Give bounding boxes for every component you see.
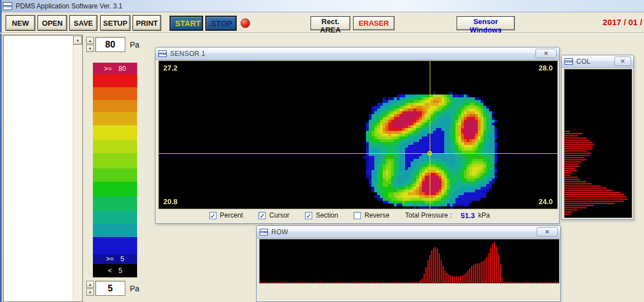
setup-button[interactable]: SETUP: [100, 15, 130, 31]
checkbox-percent-box[interactable]: [209, 212, 217, 219]
row-window-icon: PDMS: [260, 229, 268, 235]
scale-band: [93, 196, 137, 211]
scale-max-up-icon[interactable]: ▲: [86, 37, 94, 44]
scale-band: <5: [93, 264, 137, 277]
checkbox-cursor-box[interactable]: [258, 212, 266, 219]
checkbox-reverse[interactable]: Reverse: [354, 211, 389, 219]
checkbox-label: Reverse: [364, 211, 389, 219]
scale-band-op: <: [108, 267, 112, 275]
sensor1-title: SENSOR 1: [170, 50, 532, 58]
scale-band: >=5: [93, 254, 137, 264]
scale-band-op: >=: [104, 65, 112, 73]
status-led-icon: [241, 18, 250, 28]
col-plot: [564, 69, 632, 218]
pressure-heatmap: [159, 61, 557, 209]
scale-min-field[interactable]: 5: [95, 281, 125, 296]
row-window: PDMS ROW ✕: [256, 225, 561, 302]
scale-band: >=80: [93, 63, 137, 74]
scale-band: [93, 153, 137, 168]
row-histogram: [260, 239, 559, 283]
scale-band: [93, 168, 137, 182]
scale-band: [93, 100, 137, 112]
rect-area-button[interactable]: Rect. AREA: [311, 16, 350, 30]
checkbox-label: Percent: [220, 211, 243, 219]
corner-value-top-left: 27.2: [163, 64, 177, 72]
scale-max-down-icon[interactable]: ▼: [86, 45, 94, 52]
scale-band-value: 5: [120, 255, 124, 263]
listbox-scrollbar[interactable]: ▲: [73, 35, 82, 301]
scrollbar-up-icon[interactable]: ▲: [73, 36, 82, 45]
checkbox-label: Cursor: [269, 211, 289, 219]
scale-band: [93, 237, 137, 254]
scale-band-value: 80: [119, 65, 126, 73]
scale-max-spinner: ▲ ▼ 80 Pa: [86, 37, 139, 52]
crosshair-vertical[interactable]: [430, 61, 430, 209]
save-button[interactable]: SAVE: [69, 15, 97, 31]
sensor1-titlebar[interactable]: PDMS SENSOR 1 ✕: [156, 48, 559, 60]
row-plot: [259, 239, 560, 284]
sensor-windows-button[interactable]: Sensor Windows: [457, 16, 515, 30]
col-window-icon: PDMS: [565, 58, 573, 65]
stop-button[interactable]: STOP: [205, 16, 237, 31]
scale-band: [93, 74, 137, 87]
app-titlebar: PDMS PDMS Application Software Ver. 3.1: [0, 0, 644, 12]
col-window: PDMS COL ✕: [561, 55, 634, 220]
scale-band: [93, 182, 137, 196]
sensor1-plot[interactable]: 27.2 28.0 20.8 24.0: [158, 60, 558, 209]
checkbox-percent[interactable]: Percent: [209, 211, 243, 219]
scale-min-down-icon[interactable]: ▼: [86, 289, 94, 296]
color-scale-bar: >=80>=5<5: [93, 63, 137, 277]
app-window: PDMS PDMS Application Software Ver. 3.1 …: [0, 0, 644, 302]
scale-band-value: 5: [119, 267, 123, 275]
col-histogram: [565, 69, 632, 218]
window-left-border: [0, 0, 2, 302]
total-pressure-unit: kPa: [478, 211, 490, 219]
scale-band: [93, 112, 137, 125]
scale-min-unit: Pa: [130, 284, 139, 293]
scale-band: [93, 125, 137, 140]
toolbar: NEWOPENSAVESETUPPRINT START STOP Rect. A…: [0, 12, 644, 33]
col-close-icon[interactable]: ✕: [614, 56, 631, 66]
scale-band: [93, 224, 137, 237]
app-icon: PDMS: [3, 2, 12, 10]
sensor1-close-icon[interactable]: ✕: [535, 49, 557, 58]
scale-max-field[interactable]: 80: [95, 37, 125, 52]
sensor1-controls: PercentCursorSectionReverse Total Pressu…: [159, 209, 556, 222]
col-title: COL: [576, 58, 611, 65]
checkbox-section[interactable]: Section: [305, 211, 338, 219]
new-button[interactable]: NEW: [6, 15, 35, 31]
total-pressure-label: Total Pressure :: [405, 211, 452, 219]
corner-value-bottom-right: 24.0: [539, 197, 553, 206]
corner-value-bottom-left: 20.8: [163, 197, 177, 206]
row-title: ROW: [271, 228, 533, 236]
print-button[interactable]: PRINT: [133, 15, 161, 31]
crosshair-horizontal[interactable]: [159, 153, 557, 154]
col-titlebar[interactable]: PDMS COL ✕: [562, 55, 633, 68]
checkbox-cursor[interactable]: Cursor: [258, 211, 289, 219]
row-titlebar[interactable]: PDMS ROW ✕: [257, 226, 560, 238]
scale-band-op: >=: [106, 255, 114, 263]
scale-max-unit: Pa: [130, 40, 139, 49]
start-button[interactable]: START: [170, 16, 203, 31]
eraser-button[interactable]: ERASER: [353, 16, 394, 30]
data-listbox[interactable]: ▲: [3, 35, 83, 302]
checkbox-reverse-box[interactable]: [354, 212, 361, 219]
open-button[interactable]: OPEN: [37, 15, 67, 31]
scale-min-up-icon[interactable]: ▲: [86, 281, 94, 288]
app-title: PDMS Application Software Ver. 3.1: [16, 2, 123, 10]
scale-band: [93, 87, 137, 100]
total-pressure: Total Pressure : 51.3 kPa: [405, 211, 490, 220]
sensor1-window: PDMS SENSOR 1 ✕ 27.2 28.0 20.8 24.0 Perc…: [155, 47, 560, 224]
sensor1-window-icon: PDMS: [158, 50, 167, 57]
row-close-icon[interactable]: ✕: [537, 227, 558, 237]
scale-min-spinner: ▲ ▼ 5 Pa: [86, 281, 139, 296]
toolbar-divider: [0, 32, 644, 34]
scale-band: [93, 211, 137, 224]
checkbox-section-box[interactable]: [305, 212, 312, 219]
corner-value-top-right: 28.0: [539, 64, 553, 72]
crosshair-center-marker[interactable]: [427, 151, 432, 155]
total-pressure-value: 51.3: [460, 211, 474, 220]
checkbox-label: Section: [316, 211, 338, 219]
date-display: 2017 / 01 /: [603, 17, 642, 27]
scale-band: [93, 140, 137, 153]
